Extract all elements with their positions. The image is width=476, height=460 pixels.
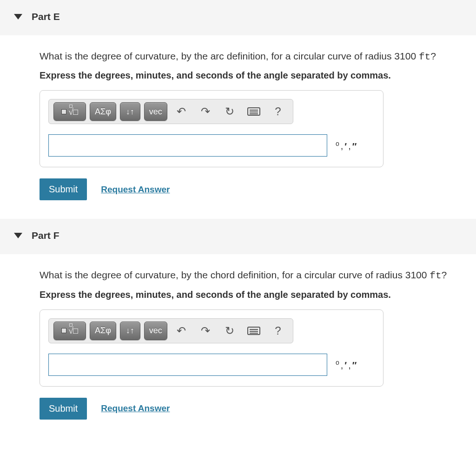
part-f-instruction: Express the degrees, minutes, and second… [40,289,462,300]
answer-panel: √ ΑΣφ ↓↑ vec ↶ ↷ ↻ ? o,′,″ [40,90,383,167]
vec-button[interactable]: vec [144,322,167,340]
question-text-prefix: What is the degree of curvature, by the … [40,269,430,280]
keyboard-button[interactable] [244,322,264,340]
radical-icon: √ [68,106,78,117]
action-row: Submit Request Answer [40,398,462,420]
redo-button[interactable]: ↷ [195,322,216,340]
question-text-prefix: What is the degree of curvature, by the … [40,51,419,61]
keyboard-button[interactable] [244,102,264,121]
undo-icon: ↶ [177,105,186,118]
request-answer-link[interactable]: Request Answer [101,184,170,195]
templates-button[interactable]: √ [53,102,86,121]
action-row: Submit Request Answer [40,178,462,200]
templates-button[interactable]: √ [53,322,86,340]
part-e-title: Part E [32,11,60,22]
equation-toolbar: √ ΑΣφ ↓↑ vec ↶ ↷ ↻ ? [48,318,293,343]
submit-button[interactable]: Submit [40,178,87,200]
part-f-body: What is the degree of curvature, by the … [0,254,476,424]
equation-toolbar: √ ΑΣφ ↓↑ vec ↶ ↷ ↻ ? [48,99,293,124]
template-box-icon [61,109,66,114]
keyboard-icon [247,327,260,335]
reset-icon: ↻ [225,324,234,337]
input-row: o,′,″ [48,134,372,157]
help-button[interactable]: ? [268,322,288,340]
unit-ft: ft [419,52,430,62]
part-e-header[interactable]: Part E [0,0,476,35]
template-box-icon [61,328,66,333]
answer-input[interactable] [48,134,327,157]
keyboard-icon [247,107,260,116]
redo-icon: ↷ [201,105,210,118]
units-label: o,′,″ [336,140,357,152]
part-f-title: Part F [32,230,60,241]
part-e-question: What is the degree of curvature, by the … [40,49,462,64]
collapse-caret-icon[interactable] [14,233,22,238]
reset-button[interactable]: ↻ [219,322,240,340]
answer-panel: √ ΑΣφ ↓↑ vec ↶ ↷ ↻ ? o,′,″ [40,309,383,387]
radical-icon: √ [68,325,78,336]
redo-icon: ↷ [201,324,210,337]
part-f-question: What is the degree of curvature, by the … [40,268,462,283]
greek-button[interactable]: ΑΣφ [90,322,116,340]
question-text-suffix: ? [442,269,447,280]
part-e-section: Part E What is the degree of curvature, … [0,0,476,205]
unit-ft: ft [430,270,441,281]
question-text-suffix: ? [430,51,436,61]
undo-button[interactable]: ↶ [171,102,192,121]
part-f-header[interactable]: Part F [0,219,476,254]
collapse-caret-icon[interactable] [14,14,22,20]
part-e-body: What is the degree of curvature, by the … [0,35,476,205]
vec-button[interactable]: vec [144,102,167,121]
reset-icon: ↻ [225,105,234,118]
part-e-instruction: Express the degrees, minutes, and second… [40,70,462,81]
help-button[interactable]: ? [268,102,288,121]
undo-icon: ↶ [177,324,186,337]
subsup-button[interactable]: ↓↑ [120,102,140,121]
request-answer-link[interactable]: Request Answer [101,403,170,414]
subsup-button[interactable]: ↓↑ [120,322,140,340]
help-icon: ? [275,324,281,337]
units-label: o,′,″ [336,359,357,371]
reset-button[interactable]: ↻ [219,102,240,121]
greek-button[interactable]: ΑΣφ [90,102,116,121]
submit-button[interactable]: Submit [40,398,87,420]
input-row: o,′,″ [48,354,372,376]
part-f-section: Part F What is the degree of curvature, … [0,219,476,424]
answer-input[interactable] [48,354,327,376]
undo-button[interactable]: ↶ [171,322,192,340]
redo-button[interactable]: ↷ [195,102,216,121]
help-icon: ? [275,105,281,118]
